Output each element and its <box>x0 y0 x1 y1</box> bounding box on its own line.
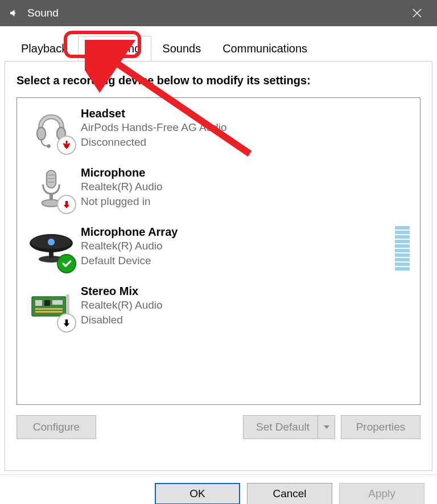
set-default-label: Set Default <box>256 421 322 433</box>
tab-panel: Select a recording device below to modif… <box>5 61 432 471</box>
device-status: Default Device <box>81 253 413 268</box>
device-subtext: Realtek(R) Audio <box>81 239 413 253</box>
svg-rect-18 <box>35 308 63 310</box>
instruction-text: Select a recording device below to modif… <box>17 74 420 87</box>
status-badge-disabled-icon <box>57 313 76 333</box>
device-status: Disabled <box>81 313 413 327</box>
device-status: Not plugged in <box>81 194 413 209</box>
tab-recording[interactable]: Recording <box>78 36 151 62</box>
titlebar: Sound <box>0 0 437 26</box>
device-subtext: Realtek(R) Audio <box>81 298 413 313</box>
svg-point-2 <box>47 144 51 148</box>
status-badge-down-icon <box>57 136 76 155</box>
device-subtext: Realtek(R) Audio <box>81 179 413 194</box>
set-default-button[interactable]: Set Default <box>243 415 335 439</box>
apply-button[interactable]: Apply <box>339 483 424 505</box>
configure-button[interactable]: Configure <box>17 415 96 439</box>
properties-button[interactable]: Properties <box>341 415 420 439</box>
svg-point-0 <box>37 128 46 140</box>
cancel-button[interactable]: Cancel <box>247 483 332 505</box>
svg-point-13 <box>48 239 55 245</box>
status-badge-check-icon <box>57 254 76 273</box>
headset-icon <box>22 106 81 154</box>
device-row-microphone-array[interactable]: Microphone Array Realtek(R) Audio Defaul… <box>22 219 415 278</box>
microphone-icon <box>22 165 81 213</box>
svg-rect-14 <box>32 297 66 316</box>
device-row-stereo-mix[interactable]: Stereo Mix Realtek(R) Audio Disabled <box>22 278 415 337</box>
level-meter <box>395 226 410 271</box>
device-list[interactable]: Headset AirPods Hands-Free AG Audio Disc… <box>17 97 420 405</box>
device-name: Microphone Array <box>81 226 413 239</box>
webcam-icon <box>22 224 81 272</box>
close-button[interactable] <box>404 0 430 26</box>
dialog-footer: OK Cancel Apply <box>0 474 437 504</box>
device-status: Disconnected <box>81 135 413 150</box>
tab-sounds[interactable]: Sounds <box>151 36 212 62</box>
device-row-headset[interactable]: Headset AirPods Hands-Free AG Audio Disc… <box>22 100 415 159</box>
svg-rect-19 <box>35 311 63 313</box>
status-badge-down-icon <box>57 195 76 214</box>
svg-rect-17 <box>52 300 63 305</box>
svg-rect-15 <box>35 300 42 306</box>
set-default-dropdown-icon[interactable] <box>318 416 335 439</box>
sound-icon <box>8 7 19 19</box>
ok-button[interactable]: OK <box>155 483 240 505</box>
svg-rect-16 <box>44 300 50 306</box>
device-row-microphone[interactable]: Microphone Realtek(R) Audio Not plugged … <box>22 159 415 219</box>
device-name: Stereo Mix <box>81 285 413 298</box>
device-name: Headset <box>81 107 413 120</box>
device-subtext: AirPods Hands-Free AG Audio <box>81 120 413 135</box>
svg-rect-3 <box>47 170 56 188</box>
tab-playback[interactable]: Playback <box>10 36 78 62</box>
panel-button-row: Configure Set Default Properties <box>17 415 420 439</box>
sound-card-icon <box>22 284 81 331</box>
tab-communications[interactable]: Communications <box>212 36 318 62</box>
device-name: Microphone <box>81 166 413 179</box>
window-title: Sound <box>27 7 59 19</box>
tab-strip: Playback Recording Sounds Communications <box>5 35 432 61</box>
